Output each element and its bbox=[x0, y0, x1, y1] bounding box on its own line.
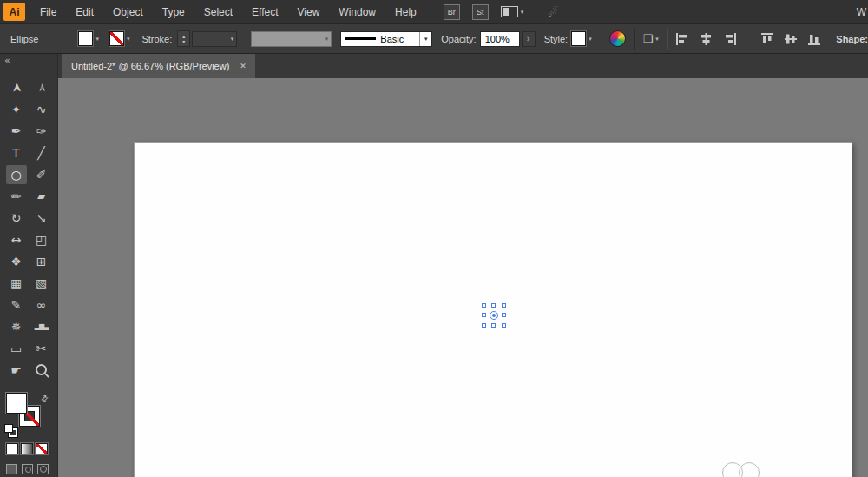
type-tool[interactable]: T bbox=[6, 143, 27, 162]
pencil-tool[interactable]: ✏ bbox=[6, 187, 27, 206]
menu-help[interactable]: Help bbox=[385, 0, 426, 24]
swap-fill-stroke-icon[interactable]: ⇄ bbox=[38, 393, 50, 405]
blend-tool[interactable]: ∞ bbox=[31, 295, 52, 315]
vertical-align-bottom-button[interactable] bbox=[808, 32, 822, 45]
chevron-down-icon[interactable]: ▾ bbox=[95, 36, 99, 43]
horizontal-align-left-icon bbox=[676, 33, 689, 45]
menu-type[interactable]: Type bbox=[153, 0, 194, 24]
scale-tool[interactable]: ↘ bbox=[31, 209, 52, 228]
draw-behind-button[interactable] bbox=[22, 464, 33, 474]
line-segment-tool[interactable]: ╱ bbox=[31, 143, 52, 162]
selection-handle[interactable] bbox=[482, 313, 486, 317]
vertical-align-top-button[interactable] bbox=[761, 32, 775, 45]
gradient-button[interactable] bbox=[21, 443, 33, 454]
close-icon[interactable]: ✕ bbox=[240, 62, 247, 70]
vertical-align-top-icon bbox=[761, 33, 774, 45]
stock-button[interactable]: St bbox=[472, 4, 489, 20]
menu-view[interactable]: View bbox=[288, 0, 330, 24]
horizontal-align-right-button[interactable] bbox=[723, 32, 737, 45]
brush-definition-dropdown[interactable]: Basic ▾ bbox=[340, 31, 432, 47]
draw-inside-button[interactable] bbox=[37, 464, 49, 474]
ellipse-tool[interactable]: ○ bbox=[6, 165, 27, 184]
chevron-down-icon: ▾ bbox=[655, 36, 659, 43]
canvas-area[interactable] bbox=[58, 78, 868, 477]
zoom-tool[interactable] bbox=[31, 361, 52, 380]
horizontal-align-center-button[interactable] bbox=[700, 32, 713, 45]
selection-handle[interactable] bbox=[491, 323, 496, 328]
menu-edit[interactable]: Edit bbox=[66, 0, 103, 24]
divider bbox=[667, 29, 668, 50]
opacity-more-button[interactable]: › bbox=[522, 31, 536, 47]
selected-ellipse-object[interactable] bbox=[484, 306, 503, 325]
vertical-align-center-button[interactable] bbox=[785, 32, 799, 45]
gradient-tool[interactable]: ▧ bbox=[31, 274, 52, 293]
draw-normal-button[interactable] bbox=[6, 464, 17, 474]
perspective-grid-tool[interactable]: ⊞ bbox=[31, 252, 52, 271]
document-setup-dropdown[interactable]: ❏ ▾ bbox=[643, 32, 659, 45]
ellipse-outline-object[interactable] bbox=[739, 462, 760, 477]
color-button[interactable] bbox=[6, 443, 18, 454]
stroke-weight-dropdown[interactable]: ▾ bbox=[192, 31, 237, 47]
rotate-tool[interactable]: ↻ bbox=[6, 209, 27, 228]
selection-handle[interactable] bbox=[491, 303, 496, 308]
menu-effect[interactable]: Effect bbox=[242, 0, 287, 24]
color-mode-buttons bbox=[6, 443, 48, 454]
width-profile-dropdown: ▾ bbox=[251, 31, 332, 47]
style-swatch[interactable] bbox=[571, 31, 586, 46]
eyedropper-tool[interactable]: ✎ bbox=[6, 295, 27, 315]
horizontal-align-left-button[interactable] bbox=[676, 32, 690, 45]
selection-handle[interactable] bbox=[482, 303, 486, 308]
document-tab-bar: Untitled-2* @ 66.67% (RGB/Preview) ✕ bbox=[58, 54, 868, 78]
divider bbox=[634, 29, 635, 50]
artboard-tool[interactable]: ▭ bbox=[6, 339, 27, 358]
selection-handle[interactable] bbox=[502, 303, 506, 308]
fill-color-swatch[interactable] bbox=[78, 31, 93, 46]
width-tool[interactable]: ↔ bbox=[6, 230, 27, 249]
artboard[interactable] bbox=[134, 142, 852, 477]
menu-object[interactable]: Object bbox=[103, 0, 153, 24]
mesh-tool[interactable]: ▦ bbox=[6, 274, 27, 293]
chevron-down-icon[interactable]: ▾ bbox=[127, 36, 130, 43]
direct-selection-tool[interactable]: ➢ bbox=[32, 77, 51, 98]
fill-proxy[interactable] bbox=[6, 393, 27, 414]
recolor-artwork-button[interactable] bbox=[609, 30, 626, 47]
stroke-label: Stroke: bbox=[141, 34, 172, 44]
chevron-down-icon[interactable]: ▾ bbox=[419, 32, 431, 46]
eraser-tool[interactable]: ▰ bbox=[31, 187, 52, 206]
default-fill-stroke-button[interactable] bbox=[4, 424, 18, 438]
lasso-tool[interactable]: ∿ bbox=[31, 100, 52, 119]
none-button[interactable] bbox=[36, 443, 48, 454]
menu-window[interactable]: Window bbox=[329, 0, 385, 24]
vertical-align-bottom-icon bbox=[808, 33, 821, 45]
hand-tool[interactable]: ☛ bbox=[6, 361, 27, 380]
tools-panel: « ➤ ➢ ✦ ∿ ✒ ✑ T ╱ ○ ✐ ✏ ▰ ↻ ↘ ↔ ◰ ❖ ⊞ ▦ … bbox=[0, 54, 58, 477]
center-point-widget[interactable] bbox=[492, 314, 496, 317]
selection-handle[interactable] bbox=[482, 323, 486, 328]
context-label: Ellipse bbox=[10, 34, 38, 44]
gpu-performance-icon[interactable]: ☄ bbox=[548, 5, 559, 19]
stepper-down-icon[interactable]: ▾ bbox=[182, 39, 185, 44]
selection-handle[interactable] bbox=[502, 323, 506, 328]
menu-bar: Ai File Edit Object Type Select Effect V… bbox=[0, 0, 868, 24]
menu-select[interactable]: Select bbox=[194, 0, 242, 24]
symbol-sprayer-tool[interactable]: ✵ bbox=[6, 317, 27, 336]
paintbrush-tool[interactable]: ✐ bbox=[31, 165, 52, 184]
slice-tool[interactable]: ✂ bbox=[31, 339, 52, 358]
magic-wand-tool[interactable]: ✦ bbox=[6, 100, 27, 119]
stroke-weight-stepper[interactable]: ▴ ▾ bbox=[177, 30, 190, 47]
menu-file[interactable]: File bbox=[30, 0, 66, 24]
chevron-down-icon[interactable]: ▾ bbox=[589, 36, 592, 43]
document-tab[interactable]: Untitled-2* @ 66.67% (RGB/Preview) ✕ bbox=[62, 54, 255, 78]
selection-tool[interactable]: ➤ bbox=[7, 77, 26, 98]
pen-tool[interactable]: ✒ bbox=[6, 122, 27, 141]
selection-handle[interactable] bbox=[502, 313, 506, 317]
column-graph-tool[interactable]: ▂▆▃ bbox=[31, 317, 52, 336]
stroke-color-swatch[interactable] bbox=[109, 31, 124, 46]
bridge-button[interactable]: Br bbox=[444, 4, 460, 20]
free-transform-tool[interactable]: ◰ bbox=[31, 230, 52, 249]
curvature-tool[interactable]: ✑ bbox=[31, 122, 52, 141]
collapse-panel-button[interactable]: « bbox=[4, 55, 10, 66]
arrange-documents-button[interactable]: ▾ bbox=[501, 6, 524, 17]
shape-builder-tool[interactable]: ❖ bbox=[6, 252, 27, 271]
opacity-input[interactable]: 100% bbox=[480, 31, 520, 47]
